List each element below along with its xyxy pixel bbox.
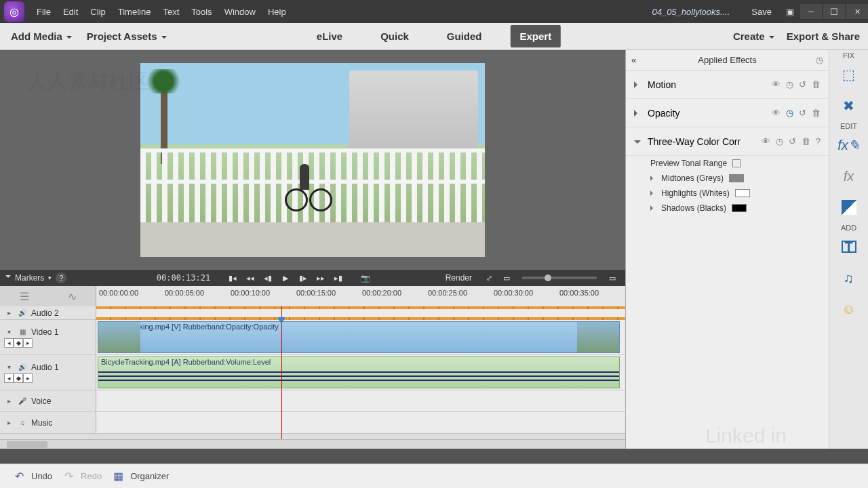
collapse-icon[interactable]: ▾ (4, 363, 14, 372)
step-back-button[interactable]: ◂▮ (260, 272, 275, 284)
go-end-button[interactable]: ▸▮ (331, 272, 346, 284)
close-button[interactable]: ✕ (846, 4, 868, 19)
timeline-tool-a-icon[interactable]: ☰ (20, 290, 29, 303)
expand-icon[interactable]: ▸ (4, 418, 14, 428)
track-body[interactable]: BicycleTracking.mp4 [V] Rubberband:Opaci… (96, 320, 625, 354)
help-icon[interactable]: ? (56, 272, 66, 283)
mode-bar: Add Media Project Assets eLive Quick Gui… (0, 23, 868, 50)
timeline-tool-b-icon[interactable]: ∿ (68, 290, 77, 303)
organizer-button[interactable]: ▦Organizer (111, 470, 169, 483)
zoom-slider[interactable] (522, 277, 597, 279)
fx-tool[interactable]: fx (833, 164, 865, 188)
add-media-button[interactable]: Add Media (5, 26, 77, 46)
param-highlights[interactable]: Highlights (Whites) (626, 186, 829, 201)
keyframe-nav[interactable]: ◂◆▸ (4, 373, 92, 383)
play-button[interactable]: ▶ (278, 272, 293, 284)
menu-timeline[interactable]: Timeline (113, 4, 157, 20)
trash-icon[interactable]: 🗑 (812, 108, 821, 118)
effect-opacity[interactable]: Opacity 👁 ◷ ↺ 🗑 (626, 99, 829, 127)
menu-clip[interactable]: Clip (85, 4, 111, 20)
menu-window[interactable]: Window (219, 4, 261, 20)
collapse-icon[interactable]: ▾ (4, 327, 14, 337)
markers-dropdown[interactable]: Markers (15, 273, 44, 283)
adjust-tool[interactable]: ⬚ (833, 62, 865, 87)
stopwatch-icon[interactable]: ◷ (786, 79, 793, 89)
stopwatch-icon[interactable]: ◷ (776, 136, 783, 146)
effect-motion[interactable]: Motion 👁 ◷ ↺ 🗑 (626, 70, 829, 99)
timeline-scrollbar[interactable] (0, 439, 625, 449)
menu-edit[interactable]: Edit (58, 4, 83, 20)
zoom-fit-icon[interactable]: ⤢ (481, 272, 496, 284)
trash-icon[interactable]: 🗑 (802, 136, 810, 146)
speaker-icon[interactable]: 🔊 (18, 363, 27, 372)
playhead[interactable] (281, 306, 282, 439)
color-swatch[interactable] (729, 174, 744, 182)
tab-guided[interactable]: Guided (437, 25, 492, 47)
help-icon[interactable]: ? (816, 136, 821, 146)
maximize-button[interactable]: ☐ (823, 4, 845, 19)
tab-quick[interactable]: Quick (371, 25, 418, 47)
expand-icon[interactable]: ▸ (4, 308, 14, 318)
timecode[interactable]: 00:00:13:21 (157, 273, 210, 283)
track-body[interactable]: BicycleTracking.mp4 [A] Rubberband:Volum… (96, 355, 625, 390)
next-edit-button[interactable]: ▸▸ (313, 272, 328, 284)
markers-chevron-icon[interactable] (5, 275, 11, 281)
video-clip[interactable]: BicycleTracking.mp4 [V] Rubberband:Opaci… (98, 321, 620, 353)
panel-collapse-icon[interactable]: « (631, 55, 636, 65)
step-fwd-button[interactable]: ▮▸ (296, 272, 311, 284)
reset-icon[interactable]: ↺ (799, 79, 806, 89)
zoom-full-icon[interactable]: ▭ (605, 272, 620, 284)
graphics-tool[interactable]: ☺ (833, 297, 865, 321)
go-start-button[interactable]: ▮◂ (225, 272, 240, 284)
checkbox[interactable] (732, 159, 741, 167)
param-shadows[interactable]: Shadows (Blacks) (626, 201, 829, 216)
project-assets-button[interactable]: Project Assets (81, 26, 172, 46)
tools-tool[interactable]: ✖ (833, 94, 865, 118)
effect-three-way-color[interactable]: Three-Way Color Corr 👁 ◷ ↺ 🗑 ? (626, 127, 829, 156)
eye-icon[interactable]: 👁 (772, 79, 781, 89)
tab-elive[interactable]: eLive (307, 25, 352, 47)
reset-icon[interactable]: ↺ (799, 108, 806, 118)
film-icon[interactable]: ▦ (18, 327, 27, 337)
tab-expert[interactable]: Expert (511, 25, 561, 47)
create-button[interactable]: Create (733, 30, 774, 42)
color-swatch[interactable] (732, 204, 747, 212)
effects-tool[interactable]: fx✎ (833, 133, 865, 157)
stopwatch-icon[interactable]: ◷ (786, 108, 793, 118)
prev-edit-button[interactable]: ◂◂ (243, 272, 258, 284)
preview-tonal-range[interactable]: Preview Tonal Range (626, 156, 829, 171)
expand-icon[interactable]: ▸ (4, 396, 14, 406)
snapshot-button[interactable]: 📷 (358, 272, 373, 284)
color-swatch[interactable] (735, 189, 750, 197)
minimize-button[interactable]: ─ (800, 4, 822, 19)
fullscreen-icon[interactable]: ▣ (781, 7, 799, 17)
menu-file[interactable]: File (31, 4, 56, 20)
menu-text[interactable]: Text (157, 4, 184, 20)
chevron-down-icon (634, 140, 641, 147)
transitions-tool[interactable] (833, 195, 865, 220)
safe-margin-icon[interactable]: ▭ (499, 272, 514, 284)
panel-options-icon[interactable]: ◷ (816, 55, 823, 65)
save-button[interactable]: Save (742, 7, 781, 17)
note-icon[interactable]: ♫ (18, 418, 27, 428)
menu-tools[interactable]: Tools (186, 4, 217, 20)
undo-button[interactable]: ↶Undo (12, 470, 52, 483)
undo-icon: ↶ (12, 470, 26, 483)
param-midtones[interactable]: Midtones (Greys) (626, 171, 829, 186)
time-ruler[interactable]: 00:00:00:00 00:00:05:00 00:00:10:00 00:0… (96, 286, 625, 306)
menu-help[interactable]: Help (262, 4, 292, 20)
titles-tool[interactable]: T (833, 235, 865, 259)
keyframe-nav[interactable]: ◂◆▸ (4, 338, 92, 348)
audio-clip[interactable]: BicycleTracking.mp4 [A] Rubberband:Volum… (98, 357, 620, 388)
render-button[interactable]: Render (446, 273, 472, 283)
eye-icon[interactable]: 👁 (762, 136, 770, 146)
reset-icon[interactable]: ↺ (789, 136, 796, 146)
mic-icon[interactable]: 🎤 (18, 396, 27, 406)
music-tool[interactable]: ♫ (833, 266, 865, 290)
preview-monitor[interactable] (0, 50, 625, 270)
export-share-button[interactable]: Export & Share (787, 30, 860, 42)
trash-icon[interactable]: 🗑 (812, 79, 821, 89)
redo-button[interactable]: ↷Redo (62, 470, 102, 483)
speaker-icon[interactable]: 🔊 (18, 308, 27, 318)
eye-icon[interactable]: 👁 (772, 108, 781, 118)
